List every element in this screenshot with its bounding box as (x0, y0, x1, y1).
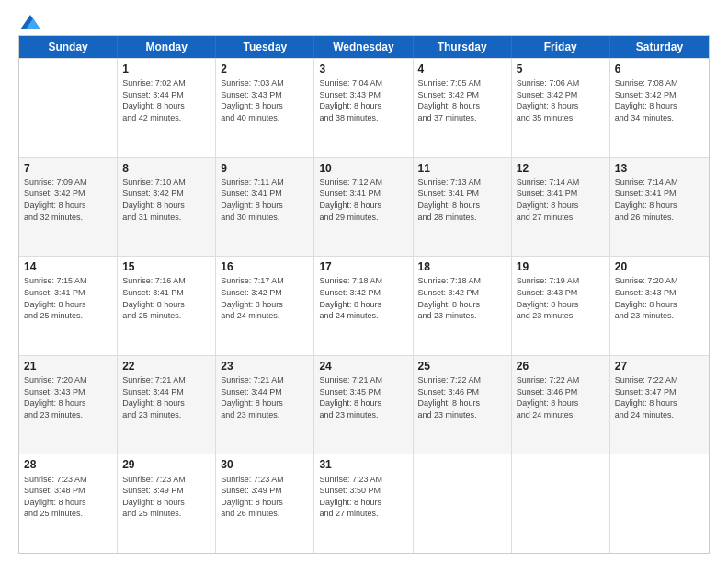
cell-info: Sunrise: 7:18 AM Sunset: 3:42 PM Dayligh… (418, 275, 506, 321)
calendar-cell: 15Sunrise: 7:16 AM Sunset: 3:41 PM Dayli… (118, 257, 216, 355)
day-number: 4 (418, 62, 506, 76)
cell-info: Sunrise: 7:14 AM Sunset: 3:41 PM Dayligh… (517, 177, 605, 223)
day-number: 25 (418, 359, 506, 373)
calendar-cell: 5Sunrise: 7:06 AM Sunset: 3:42 PM Daylig… (512, 59, 610, 157)
day-number: 16 (221, 259, 309, 274)
day-number: 27 (615, 359, 704, 373)
day-number: 14 (24, 259, 112, 274)
day-number: 20 (615, 259, 704, 274)
weekday-header-saturday: Saturday (610, 36, 709, 58)
calendar-cell: 3Sunrise: 7:04 AM Sunset: 3:43 PM Daylig… (314, 59, 413, 157)
calendar-cell: 9Sunrise: 7:11 AM Sunset: 3:41 PM Daylig… (216, 158, 314, 257)
day-number: 24 (319, 359, 407, 373)
day-number: 10 (319, 161, 407, 176)
calendar-cell: 2Sunrise: 7:03 AM Sunset: 3:43 PM Daylig… (216, 59, 314, 157)
cell-info: Sunrise: 7:21 AM Sunset: 3:45 PM Dayligh… (319, 374, 407, 420)
cell-info: Sunrise: 7:21 AM Sunset: 3:44 PM Dayligh… (221, 374, 309, 420)
cell-info: Sunrise: 7:11 AM Sunset: 3:41 PM Dayligh… (221, 177, 309, 223)
calendar-cell: 26Sunrise: 7:22 AM Sunset: 3:46 PM Dayli… (512, 356, 610, 454)
logo-icon (20, 15, 40, 29)
cell-info: Sunrise: 7:02 AM Sunset: 3:44 PM Dayligh… (122, 77, 210, 123)
cell-info: Sunrise: 7:06 AM Sunset: 3:42 PM Dayligh… (517, 77, 605, 123)
calendar-row-4: 28Sunrise: 7:23 AM Sunset: 3:48 PM Dayli… (19, 454, 709, 553)
day-number: 8 (122, 161, 210, 176)
day-number: 13 (615, 161, 704, 176)
calendar-row-0: 1Sunrise: 7:02 AM Sunset: 3:44 PM Daylig… (19, 58, 709, 157)
logo (18, 17, 40, 28)
day-number: 23 (221, 359, 309, 373)
calendar-cell: 1Sunrise: 7:02 AM Sunset: 3:44 PM Daylig… (118, 59, 216, 157)
calendar-cell: 4Sunrise: 7:05 AM Sunset: 3:42 PM Daylig… (414, 59, 512, 157)
day-number: 21 (24, 359, 112, 373)
cell-info: Sunrise: 7:22 AM Sunset: 3:46 PM Dayligh… (418, 374, 506, 420)
calendar-cell: 27Sunrise: 7:22 AM Sunset: 3:47 PM Dayli… (610, 356, 709, 454)
calendar-row-2: 14Sunrise: 7:15 AM Sunset: 3:41 PM Dayli… (19, 256, 709, 355)
day-number: 15 (122, 259, 210, 274)
calendar-header: SundayMondayTuesdayWednesdayThursdayFrid… (19, 36, 709, 58)
calendar-cell: 25Sunrise: 7:22 AM Sunset: 3:46 PM Dayli… (414, 356, 512, 454)
day-number: 26 (517, 359, 605, 373)
cell-info: Sunrise: 7:09 AM Sunset: 3:42 PM Dayligh… (24, 177, 112, 223)
day-number: 22 (122, 359, 210, 373)
calendar-cell (512, 454, 610, 553)
cell-info: Sunrise: 7:08 AM Sunset: 3:42 PM Dayligh… (615, 77, 704, 123)
calendar-cell: 14Sunrise: 7:15 AM Sunset: 3:41 PM Dayli… (19, 257, 118, 355)
day-number: 2 (221, 62, 309, 76)
calendar-cell (610, 454, 709, 553)
calendar-cell: 31Sunrise: 7:23 AM Sunset: 3:50 PM Dayli… (314, 454, 413, 553)
day-number: 30 (221, 457, 309, 472)
cell-info: Sunrise: 7:20 AM Sunset: 3:43 PM Dayligh… (615, 275, 704, 321)
calendar-cell: 18Sunrise: 7:18 AM Sunset: 3:42 PM Dayli… (414, 257, 512, 355)
day-number: 1 (122, 62, 210, 76)
weekday-header-tuesday: Tuesday (216, 36, 314, 58)
cell-info: Sunrise: 7:04 AM Sunset: 3:43 PM Dayligh… (319, 77, 407, 123)
cell-info: Sunrise: 7:23 AM Sunset: 3:49 PM Dayligh… (221, 474, 309, 520)
day-number: 5 (517, 62, 605, 76)
cell-info: Sunrise: 7:15 AM Sunset: 3:41 PM Dayligh… (24, 275, 112, 321)
cell-info: Sunrise: 7:13 AM Sunset: 3:41 PM Dayligh… (418, 177, 506, 223)
calendar-cell: 10Sunrise: 7:12 AM Sunset: 3:41 PM Dayli… (314, 158, 413, 257)
cell-info: Sunrise: 7:21 AM Sunset: 3:44 PM Dayligh… (122, 374, 210, 420)
cell-info: Sunrise: 7:19 AM Sunset: 3:43 PM Dayligh… (517, 275, 605, 321)
day-number: 31 (319, 457, 407, 472)
calendar-cell: 6Sunrise: 7:08 AM Sunset: 3:42 PM Daylig… (610, 59, 709, 157)
cell-info: Sunrise: 7:12 AM Sunset: 3:41 PM Dayligh… (319, 177, 407, 223)
calendar-cell: 20Sunrise: 7:20 AM Sunset: 3:43 PM Dayli… (610, 257, 709, 355)
cell-info: Sunrise: 7:17 AM Sunset: 3:42 PM Dayligh… (221, 275, 309, 321)
calendar-cell: 23Sunrise: 7:21 AM Sunset: 3:44 PM Dayli… (216, 356, 314, 454)
day-number: 7 (24, 161, 112, 176)
calendar-cell: 17Sunrise: 7:18 AM Sunset: 3:42 PM Dayli… (314, 257, 413, 355)
calendar-cell (19, 59, 118, 157)
weekday-header-thursday: Thursday (414, 36, 512, 58)
day-number: 19 (517, 259, 605, 274)
calendar-cell: 11Sunrise: 7:13 AM Sunset: 3:41 PM Dayli… (414, 158, 512, 257)
day-number: 12 (517, 161, 605, 176)
calendar-cell: 28Sunrise: 7:23 AM Sunset: 3:48 PM Dayli… (19, 454, 118, 553)
calendar-body: 1Sunrise: 7:02 AM Sunset: 3:44 PM Daylig… (19, 58, 709, 553)
weekday-header-monday: Monday (118, 36, 216, 58)
calendar-cell: 8Sunrise: 7:10 AM Sunset: 3:42 PM Daylig… (118, 158, 216, 257)
day-number: 29 (122, 457, 210, 472)
calendar-cell (414, 454, 512, 553)
day-number: 3 (319, 62, 407, 76)
header (18, 17, 710, 28)
cell-info: Sunrise: 7:20 AM Sunset: 3:43 PM Dayligh… (24, 374, 112, 420)
cell-info: Sunrise: 7:22 AM Sunset: 3:46 PM Dayligh… (517, 374, 605, 420)
calendar-cell: 22Sunrise: 7:21 AM Sunset: 3:44 PM Dayli… (118, 356, 216, 454)
weekday-header-wednesday: Wednesday (314, 36, 413, 58)
cell-info: Sunrise: 7:23 AM Sunset: 3:48 PM Dayligh… (24, 474, 112, 520)
cell-info: Sunrise: 7:03 AM Sunset: 3:43 PM Dayligh… (221, 77, 309, 123)
calendar-cell: 30Sunrise: 7:23 AM Sunset: 3:49 PM Dayli… (216, 454, 314, 553)
cell-info: Sunrise: 7:18 AM Sunset: 3:42 PM Dayligh… (319, 275, 407, 321)
calendar-cell: 29Sunrise: 7:23 AM Sunset: 3:49 PM Dayli… (118, 454, 216, 553)
calendar-cell: 24Sunrise: 7:21 AM Sunset: 3:45 PM Dayli… (314, 356, 413, 454)
calendar-cell: 12Sunrise: 7:14 AM Sunset: 3:41 PM Dayli… (512, 158, 610, 257)
day-number: 9 (221, 161, 309, 176)
day-number: 11 (418, 161, 506, 176)
day-number: 17 (319, 259, 407, 274)
cell-info: Sunrise: 7:23 AM Sunset: 3:49 PM Dayligh… (122, 474, 210, 520)
cell-info: Sunrise: 7:16 AM Sunset: 3:41 PM Dayligh… (122, 275, 210, 321)
page: SundayMondayTuesdayWednesdayThursdayFrid… (0, 0, 728, 563)
calendar: SundayMondayTuesdayWednesdayThursdayFrid… (18, 35, 710, 554)
calendar-cell: 13Sunrise: 7:14 AM Sunset: 3:41 PM Dayli… (610, 158, 709, 257)
